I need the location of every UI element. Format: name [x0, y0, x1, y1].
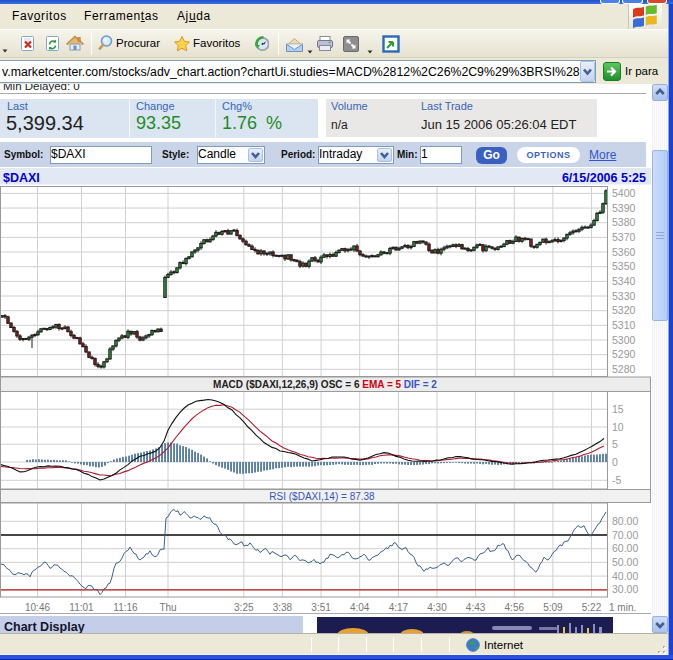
svg-text:MACD ($DAXI,12,26,9) OSC = 6 E: MACD ($DAXI,12,26,9) OSC = 6 EMA = 5 DIF… [213, 379, 437, 390]
svg-text:4:04: 4:04 [350, 602, 370, 613]
svg-text:5280: 5280 [612, 363, 636, 375]
svg-text:5320: 5320 [612, 304, 636, 316]
svg-text:5310: 5310 [612, 319, 636, 331]
svg-text:40.00: 40.00 [612, 570, 638, 582]
svg-text:15: 15 [612, 403, 624, 415]
svg-text:5350: 5350 [612, 260, 636, 272]
svg-text:RSI ($DAXI,14) = 87.38: RSI ($DAXI,14) = 87.38 [269, 491, 375, 502]
svg-text:5: 5 [612, 438, 618, 450]
svg-text:5390: 5390 [612, 202, 636, 214]
svg-text:4:17: 4:17 [389, 602, 409, 613]
svg-text:5290: 5290 [612, 348, 636, 360]
svg-text:30.00: 30.00 [612, 583, 638, 595]
svg-text:5400: 5400 [612, 187, 636, 199]
svg-text:3:38: 3:38 [273, 602, 293, 613]
svg-text:80.00: 80.00 [612, 515, 638, 527]
svg-text:5:09: 5:09 [543, 602, 563, 613]
svg-text:10: 10 [612, 421, 624, 433]
svg-text:-5: -5 [612, 474, 621, 486]
svg-text:0: 0 [612, 456, 618, 468]
svg-text:4:43: 4:43 [466, 602, 486, 613]
svg-text:4:30: 4:30 [427, 602, 447, 613]
svg-text:5380: 5380 [612, 216, 636, 228]
svg-text:3:25: 3:25 [234, 602, 254, 613]
svg-text:5360: 5360 [612, 246, 636, 258]
svg-text:Thu: Thu [159, 602, 176, 613]
svg-text:11:16: 11:16 [113, 602, 138, 613]
svg-text:6/15/2006 5:25: 6/15/2006 5:25 [562, 171, 646, 185]
svg-text:4:56: 4:56 [505, 602, 525, 613]
svg-text:5300: 5300 [612, 334, 636, 346]
svg-text:5370: 5370 [612, 231, 636, 243]
svg-text:11:01: 11:01 [69, 602, 94, 613]
svg-text:3:51: 3:51 [311, 602, 331, 613]
svg-text:50.00: 50.00 [612, 556, 638, 568]
svg-text:10:46: 10:46 [25, 602, 50, 613]
svg-text:$DAXI: $DAXI [3, 171, 40, 185]
svg-text:5:22: 5:22 [582, 602, 602, 613]
svg-text:1 min.: 1 min. [609, 602, 636, 613]
svg-text:5340: 5340 [612, 275, 636, 287]
svg-text:60.00: 60.00 [612, 542, 638, 554]
svg-text:5330: 5330 [612, 290, 636, 302]
svg-text:70.00: 70.00 [612, 529, 638, 541]
